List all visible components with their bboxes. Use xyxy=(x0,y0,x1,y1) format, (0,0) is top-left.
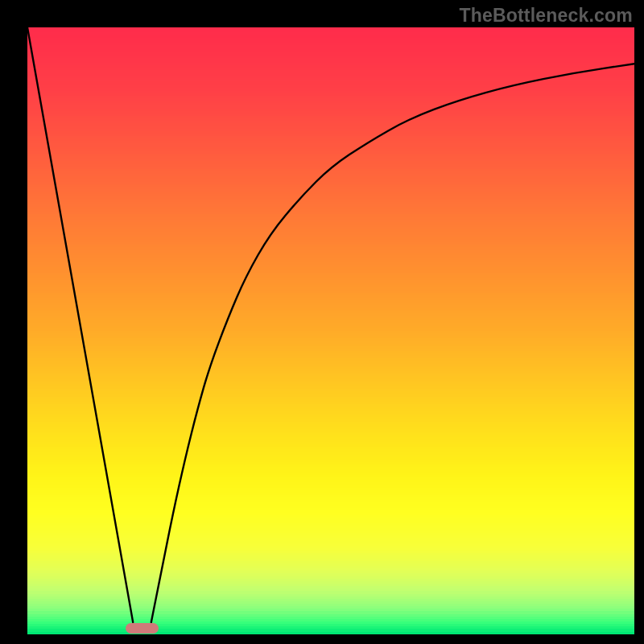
right-curve-path xyxy=(151,64,634,622)
optimal-marker-pill xyxy=(126,623,159,634)
watermark-text: TheBottleneck.com xyxy=(459,5,633,27)
bottleneck-curve xyxy=(27,27,634,634)
left-slope-path xyxy=(27,27,133,622)
plot-area xyxy=(27,27,634,634)
chart-frame: TheBottleneck.com xyxy=(0,0,644,644)
